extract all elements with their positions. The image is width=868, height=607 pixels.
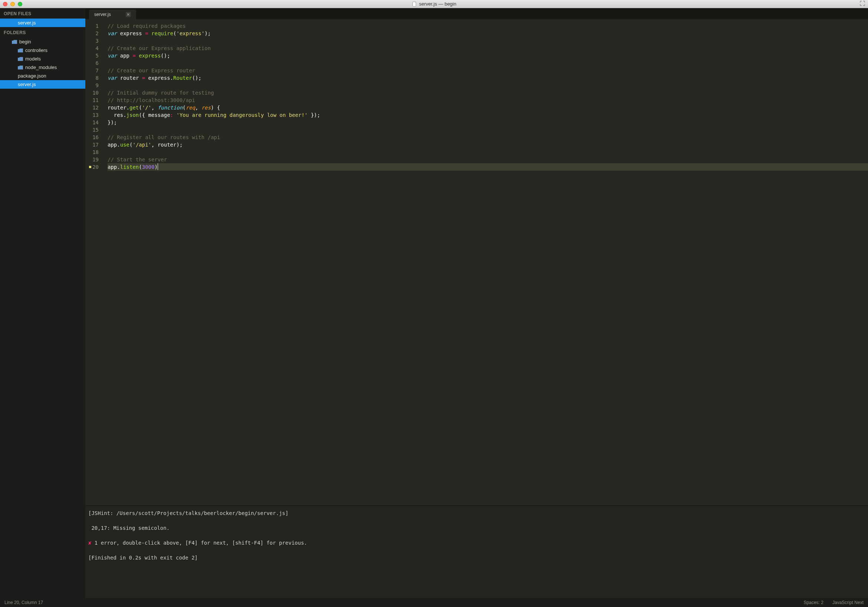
console-line[interactable] xyxy=(88,532,865,539)
folder-icon xyxy=(12,40,17,44)
editor-pane: server.js ✕ 1234567891011121314151617181… xyxy=(85,8,868,598)
gutter-line-number: 7 xyxy=(85,67,101,74)
titlebar: server.js — begin xyxy=(0,0,868,8)
gutter-line-number: 8 xyxy=(85,74,101,82)
code-line[interactable] xyxy=(108,37,868,45)
code-line[interactable]: var router = express.Router(); xyxy=(108,74,868,82)
sidebar-folder-root[interactable]: begin xyxy=(0,37,85,46)
code-line[interactable] xyxy=(108,148,868,156)
code-line[interactable]: router.get('/', function(req, res) { xyxy=(108,104,868,111)
folders-heading: FOLDERS xyxy=(0,27,85,37)
code-line[interactable]: }); xyxy=(108,119,868,126)
tab-bar: server.js ✕ xyxy=(85,8,868,19)
code-line[interactable]: // Create our Express router xyxy=(108,67,868,74)
code-line[interactable]: // Create our Express application xyxy=(108,45,868,52)
code-line[interactable]: var app = express(); xyxy=(108,52,868,59)
sidebar-item-label: package.json xyxy=(18,73,46,79)
cursor-position[interactable]: Line 20, Column 17 xyxy=(5,600,43,605)
window-close-button[interactable] xyxy=(3,2,8,6)
code-line[interactable] xyxy=(108,59,868,67)
gutter-line-number: 14 xyxy=(85,119,101,126)
gutter-line-number: 11 xyxy=(85,96,101,104)
window-zoom-button[interactable] xyxy=(18,2,22,6)
gutter-line-number: 17 xyxy=(85,141,101,148)
window-title: server.js — begin xyxy=(412,1,456,7)
indentation-indicator[interactable]: Spaces: 2 xyxy=(804,600,823,605)
gutter-line-number: 18 xyxy=(85,148,101,156)
sidebar: OPEN FILES server.js FOLDERS begin contr… xyxy=(0,8,85,598)
sidebar-file-item[interactable]: server.js xyxy=(0,80,85,88)
build-output-panel[interactable]: [JSHint: /Users/scott/Projects/talks/bee… xyxy=(85,505,868,598)
lint-marker-icon xyxy=(89,166,91,168)
gutter-line-number: 9 xyxy=(85,82,101,89)
sidebar-folder-item[interactable]: controllers xyxy=(0,46,85,54)
gutter-line-number: 6 xyxy=(85,59,101,67)
sidebar-item-label: controllers xyxy=(25,48,48,53)
folder-icon xyxy=(18,48,23,53)
sidebar-item-label: node_modules xyxy=(25,65,57,70)
sidebar-folder-item[interactable]: node_modules xyxy=(0,63,85,71)
traffic-lights xyxy=(3,2,22,6)
console-line[interactable]: 20,17: Missing semicolon. xyxy=(88,524,865,532)
console-line[interactable] xyxy=(88,546,865,554)
console-line[interactable]: [Finished in 0.2s with exit code 2] xyxy=(88,554,865,561)
tab-close-icon[interactable]: ✕ xyxy=(126,12,131,17)
error-icon: ✘ xyxy=(88,540,91,546)
gutter-line-number: 2 xyxy=(85,29,101,37)
code-line[interactable]: res.json({ message: 'You are running dan… xyxy=(108,111,868,119)
language-indicator[interactable]: JavaScript Next xyxy=(832,600,863,605)
gutter-line-number: 4 xyxy=(85,45,101,52)
main-area: OPEN FILES server.js FOLDERS begin contr… xyxy=(0,8,868,598)
tab-server-js[interactable]: server.js ✕ xyxy=(89,10,136,19)
sidebar-item-label: begin xyxy=(19,39,31,45)
document-icon xyxy=(412,2,417,7)
sidebar-item-label: server.js xyxy=(18,82,36,87)
code-line[interactable]: // Start the server xyxy=(108,156,868,163)
console-line[interactable]: [JSHint: /Users/scott/Projects/talks/bee… xyxy=(88,509,865,517)
gutter-line-number: 19 xyxy=(85,156,101,163)
gutter-line-number: 10 xyxy=(85,89,101,96)
open-files-heading: OPEN FILES xyxy=(0,8,85,19)
folder-icon xyxy=(18,65,23,70)
code-line[interactable]: // Register all our routes with /api xyxy=(108,134,868,141)
code-line[interactable] xyxy=(108,82,868,89)
gutter-line-number: 13 xyxy=(85,111,101,119)
folder-icon xyxy=(18,57,23,61)
gutter-line-number: 5 xyxy=(85,52,101,59)
sidebar-file-item[interactable]: package.json xyxy=(0,71,85,80)
gutter-line-number: 3 xyxy=(85,37,101,45)
code-line[interactable]: var express = require('express'); xyxy=(108,29,868,37)
gutter: 1234567891011121314151617181920 xyxy=(85,19,104,505)
gutter-line-number: 1 xyxy=(85,22,101,29)
code-line[interactable]: // Load required packages xyxy=(108,22,868,29)
expand-window-icon[interactable] xyxy=(860,1,865,7)
code-editor[interactable]: 1234567891011121314151617181920 // Load … xyxy=(85,19,868,505)
code-line[interactable] xyxy=(108,126,868,134)
open-file-item[interactable]: server.js xyxy=(0,19,85,27)
code-line[interactable]: // http://localhost:3000/api xyxy=(108,96,868,104)
sidebar-item-label: models xyxy=(25,56,41,62)
gutter-line-number: 12 xyxy=(85,104,101,111)
window-minimize-button[interactable] xyxy=(10,2,15,6)
sidebar-folder-item[interactable]: models xyxy=(0,54,85,63)
code-line[interactable]: app.use('/api', router); xyxy=(108,141,868,148)
code-line[interactable]: app.listen(3000) xyxy=(108,163,868,171)
window-title-text: server.js — begin xyxy=(419,1,456,7)
tab-label: server.js xyxy=(94,12,111,17)
gutter-line-number: 16 xyxy=(85,134,101,141)
text-cursor xyxy=(158,163,158,170)
code-content[interactable]: // Load required packagesvar express = r… xyxy=(104,19,868,505)
sidebar-item-label: server.js xyxy=(18,20,36,26)
status-bar: Line 20, Column 17 Spaces: 2 JavaScript … xyxy=(0,598,868,607)
gutter-line-number: 20 xyxy=(85,163,101,171)
gutter-line-number: 15 xyxy=(85,126,101,134)
code-line[interactable]: // Initial dummy route for testing xyxy=(108,89,868,96)
console-line[interactable]: ✘ 1 error, double-click above, [F4] for … xyxy=(88,539,865,546)
console-line[interactable] xyxy=(88,517,865,524)
